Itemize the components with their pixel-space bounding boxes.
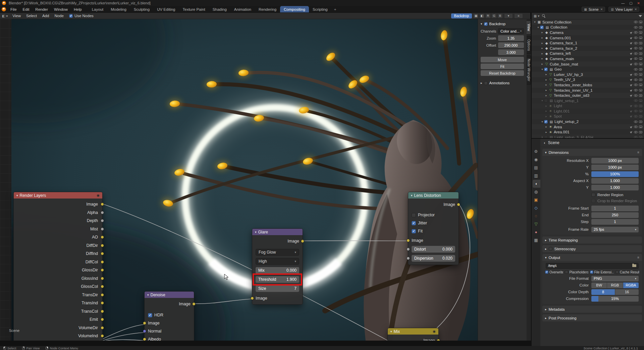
output-socket[interactable] — [101, 227, 104, 231]
outliner-row[interactable]: ▸ ◆ Camera_left — [532, 51, 644, 56]
expand-arrow-icon[interactable]: ▸ — [540, 57, 544, 60]
cursor-icon[interactable] — [630, 36, 633, 39]
cursor-icon[interactable] — [630, 94, 633, 97]
outliner-row[interactable]: ▾ ▤ Collection — [532, 25, 644, 30]
outliner-row[interactable]: ▸ ▽ Tentacles_inner_UV_1 — [532, 88, 644, 93]
workspace-tab[interactable]: Animation — [230, 6, 255, 12]
compositor-menu[interactable]: Select — [23, 14, 40, 18]
color-depth-option[interactable]: 16 — [615, 289, 639, 295]
camera-icon[interactable] — [639, 121, 642, 123]
expand-arrow-icon[interactable]: ▸ — [544, 94, 548, 97]
camera-icon[interactable] — [639, 131, 642, 133]
eye-icon[interactable] — [634, 126, 638, 128]
expand-arrow-icon[interactable]: ▸ — [544, 131, 548, 134]
properties-tab[interactable]: ◉ — [532, 156, 540, 164]
input-socket[interactable] — [143, 330, 146, 333]
zoom-field[interactable]: 1.35 — [498, 35, 524, 41]
properties-tab[interactable]: ◍ — [532, 188, 540, 196]
time-remapping-panel-header[interactable]: Time Remapping — [542, 236, 642, 244]
cursor-icon[interactable] — [630, 131, 633, 134]
outliner-row[interactable]: ▸ ▽ Cube_base_mat — [532, 61, 644, 67]
scene-selector[interactable]: ▦ Scene ✕ — [582, 7, 605, 12]
color-mode-option[interactable]: BW — [591, 282, 607, 288]
properties-tab[interactable]: ● — [532, 228, 540, 236]
channel-button[interactable]: G — [491, 13, 497, 18]
eye-icon[interactable] — [634, 136, 638, 138]
camera-icon[interactable] — [639, 57, 642, 60]
eye-icon[interactable] — [634, 99, 638, 102]
close-button[interactable]: ✕ — [637, 1, 640, 5]
expand-arrow-icon[interactable]: ▸ — [544, 104, 548, 107]
resolution-y-field[interactable]: 1000 px — [591, 165, 639, 170]
compositor-menu[interactable]: View — [10, 14, 23, 18]
outliner-row[interactable]: ▸ ◆ Camera_face_1 — [532, 40, 644, 46]
expand-arrow-icon[interactable]: ▸ — [544, 110, 548, 113]
workspace-tab[interactable]: Compositing — [280, 6, 309, 12]
blender-menu-icon[interactable] — [0, 6, 7, 12]
cursor-icon[interactable] — [630, 104, 633, 107]
outliner-row[interactable]: ▸ ▽ Tentacles_inner_blobs — [532, 82, 644, 88]
input-socket[interactable] — [407, 239, 410, 242]
dimensions-panel-header[interactable]: Dimensions ≡ — [542, 149, 642, 156]
outliner-row[interactable]: ▸ ☀ Area — [532, 124, 644, 130]
use-nodes-checkbox[interactable] — [69, 14, 73, 18]
cursor-icon[interactable] — [630, 83, 633, 86]
offset-y-field[interactable]: 3.000 — [498, 49, 524, 55]
outliner-row[interactable]: ▸ ◆ Camera — [532, 30, 644, 35]
outliner-row[interactable]: ▾ ▤ Geo — [532, 67, 644, 72]
saving-option[interactable]: Overwrite — [545, 270, 563, 274]
topbar-menu[interactable]: File — [7, 6, 20, 12]
search-icon[interactable] — [542, 14, 546, 18]
checkbox[interactable] — [412, 221, 416, 225]
glare-size-field[interactable]: Size7 — [256, 285, 299, 292]
cursor-icon[interactable] — [630, 52, 633, 55]
sidebar-tab[interactable]: View — [527, 20, 531, 35]
expand-arrow-icon[interactable]: ▸ — [540, 52, 544, 55]
camera-icon[interactable] — [639, 73, 642, 76]
backdrop-panel-header[interactable]: Backdrop — [478, 20, 527, 28]
metadata-panel-header[interactable]: Metadata — [542, 306, 642, 313]
output-path-field[interactable]: /tmp\ — [546, 263, 639, 269]
properties-tab[interactable]: ⚙ — [532, 147, 540, 156]
expand-arrow-icon[interactable]: ▸ — [544, 89, 548, 92]
unlink-icon[interactable]: ✕ — [600, 8, 603, 11]
frame-start-field[interactable]: 1 — [591, 206, 639, 211]
camera-icon[interactable] — [639, 99, 642, 102]
cursor-icon[interactable] — [630, 73, 633, 76]
camera-icon[interactable] — [639, 110, 642, 112]
cursor-icon[interactable] — [630, 62, 633, 65]
output-socket[interactable] — [101, 277, 104, 280]
cursor-icon[interactable] — [630, 115, 633, 118]
camera-icon[interactable] — [639, 89, 642, 91]
camera-icon[interactable] — [639, 26, 642, 29]
backdrop-action-button[interactable]: Reset Backdrop — [481, 70, 524, 76]
unlink-icon[interactable]: ✕ — [634, 8, 637, 11]
distort-field[interactable]: Distort0.000 — [412, 246, 455, 253]
camera-icon[interactable] — [639, 136, 642, 138]
eye-icon[interactable] — [634, 94, 638, 97]
checkbox[interactable] — [412, 213, 416, 217]
camera-icon[interactable] — [639, 105, 642, 107]
output-socket[interactable] — [101, 310, 104, 313]
eye-icon[interactable] — [634, 21, 638, 23]
camera-icon[interactable] — [639, 84, 642, 86]
eye-icon[interactable] — [634, 63, 638, 65]
folder-icon[interactable] — [632, 264, 636, 267]
camera-icon[interactable] — [639, 79, 642, 81]
camera-icon[interactable] — [639, 68, 642, 71]
outliner-row[interactable]: ▸ ◆ Camera_face_2 — [532, 46, 644, 51]
viewlayer-selector[interactable]: ▥ View Layer ✕ — [608, 7, 639, 12]
saving-option[interactable]: Cache Result — [615, 270, 639, 274]
eye-icon[interactable] — [634, 121, 638, 123]
blender-logo-icon[interactable] — [2, 1, 6, 5]
annotations-panel-header[interactable]: Annotations — [478, 79, 527, 87]
workspace-tab[interactable]: + — [331, 6, 339, 12]
node-glare[interactable]: Glare Image Fog Glow High Mix0.000 — [252, 228, 303, 305]
properties-tab[interactable]: ▦ — [532, 236, 540, 244]
expand-arrow-icon[interactable]: ▾ — [540, 99, 544, 102]
cursor-icon[interactable] — [630, 89, 633, 92]
offset-x-field[interactable]: 290.000 — [498, 42, 524, 48]
input-socket[interactable] — [407, 248, 410, 251]
properties-tab[interactable]: ◇ — [532, 204, 540, 212]
compositor-menu[interactable]: Add — [40, 14, 52, 18]
